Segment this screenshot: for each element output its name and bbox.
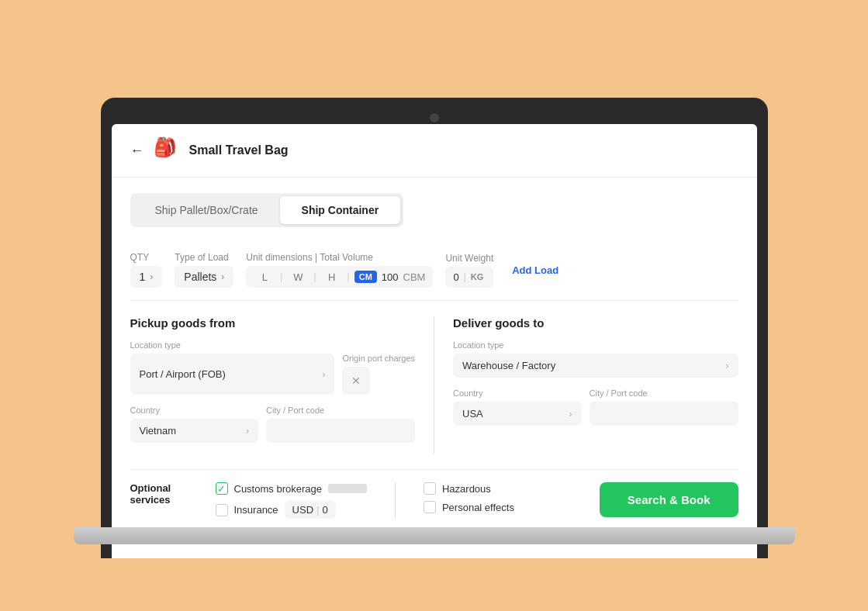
optional-services-section: Optional services ✓ Customs brokerage In… bbox=[130, 469, 738, 519]
deliver-city-label: City / Port code bbox=[590, 388, 738, 398]
deliver-location-type-group: Location type Warehouse / Factory › bbox=[453, 340, 738, 378]
pickup-loc-type-value: Port / Airport (FOB) bbox=[140, 368, 226, 380]
app-header: ← 🎒 Small Travel Bag bbox=[112, 124, 757, 178]
pickup-country-value: Vietnam bbox=[140, 425, 176, 437]
deliver-country-col: Country USA › bbox=[453, 388, 582, 426]
locations-section: Pickup goods from Location type Port / A… bbox=[130, 316, 738, 454]
weight-unit: KG bbox=[471, 272, 484, 281]
deliver-country-select[interactable]: USA › bbox=[453, 402, 582, 426]
pickup-country-group: Country Vietnam › City / Port code bbox=[130, 406, 416, 443]
deliver-city-input[interactable] bbox=[590, 402, 738, 426]
insurance-label: Insurance bbox=[234, 504, 278, 516]
qty-label: QTY bbox=[130, 252, 163, 263]
deliver-city-col: City / Port code bbox=[590, 388, 738, 426]
pickup-location-type-group: Location type Port / Airport (FOB) › Ori… bbox=[130, 340, 416, 395]
customs-brokerage-item: ✓ Customs brokerage bbox=[216, 482, 367, 495]
deliver-country-arrow: › bbox=[569, 409, 572, 419]
insurance-amount: USD | 0 bbox=[285, 501, 336, 519]
deliver-section: Deliver goods to Location type Warehouse… bbox=[434, 316, 738, 454]
back-button[interactable]: ← bbox=[130, 143, 144, 159]
type-value: Pallets bbox=[184, 271, 216, 283]
qty-field: QTY 1 › bbox=[130, 252, 163, 288]
deliver-loc-type-value: Warehouse / Factory bbox=[462, 360, 555, 371]
weight-value: 0 bbox=[453, 271, 458, 283]
qty-value: 1 bbox=[140, 271, 146, 283]
origin-charges-group: Origin port charges ✕ bbox=[342, 354, 415, 395]
weight-inputs: 0 | KG bbox=[445, 267, 493, 288]
deliver-loc-type-select[interactable]: Warehouse / Factory › bbox=[453, 354, 738, 378]
personal-effects-item: Personal effects bbox=[424, 501, 514, 513]
type-of-load-field: Type of Load Pallets › bbox=[175, 252, 233, 288]
dim-l-input[interactable] bbox=[254, 271, 275, 283]
total-volume-value: 100 bbox=[382, 271, 399, 283]
deliver-loc-type-row: Warehouse / Factory › bbox=[453, 354, 738, 378]
pickup-loc-type-select[interactable]: Port / Airport (FOB) › bbox=[130, 354, 335, 395]
search-book-wrapper: Search & Book bbox=[600, 482, 738, 517]
dim-sep2: | bbox=[313, 271, 316, 282]
weight-sep: | bbox=[464, 271, 466, 282]
personal-effects-checkbox[interactable] bbox=[424, 501, 436, 513]
deliver-title: Deliver goods to bbox=[453, 316, 738, 330]
pickup-loc-type-label: Location type bbox=[130, 340, 416, 350]
services-right-group: Hazardous Personal effects bbox=[424, 482, 514, 513]
dim-sep3: | bbox=[348, 271, 350, 282]
add-load-button[interactable]: Add Load bbox=[512, 264, 558, 276]
pickup-city-input[interactable] bbox=[266, 419, 415, 443]
type-label: Type of Load bbox=[175, 252, 233, 263]
deliver-country-group: Country USA › City / Port code bbox=[453, 388, 738, 426]
type-arrow: › bbox=[221, 271, 224, 282]
weight-label: Unit Weight bbox=[445, 253, 493, 264]
pickup-country-row: Country Vietnam › City / Port code bbox=[130, 406, 416, 443]
deliver-country-row: Country USA › City / Port code bbox=[453, 388, 738, 426]
deliver-country-label: Country bbox=[453, 388, 582, 398]
insurance-sep: | bbox=[316, 504, 319, 516]
pickup-city-col: City / Port code bbox=[266, 406, 415, 443]
dim-sep1: | bbox=[280, 271, 282, 282]
product-title: Small Travel Bag bbox=[189, 143, 289, 157]
hazardous-label: Hazardous bbox=[442, 483, 491, 495]
deliver-loc-type-label: Location type bbox=[453, 340, 738, 350]
personal-effects-label: Personal effects bbox=[442, 502, 514, 513]
dimensions-inputs: | | | CM 100 CBM bbox=[246, 266, 433, 288]
laptop-base bbox=[74, 527, 795, 544]
origin-charges-x[interactable]: ✕ bbox=[342, 367, 370, 395]
qty-selector[interactable]: 1 › bbox=[130, 266, 163, 288]
dim-h-input[interactable] bbox=[321, 271, 343, 283]
optional-services-label: Optional services bbox=[130, 482, 200, 506]
pickup-title: Pickup goods from bbox=[130, 316, 416, 330]
search-book-button[interactable]: Search & Book bbox=[600, 482, 738, 517]
insurance-currency: USD bbox=[292, 504, 313, 516]
dim-unit[interactable]: CM bbox=[354, 271, 377, 283]
pickup-country-arrow: › bbox=[246, 426, 249, 437]
dim-w-input[interactable] bbox=[287, 271, 309, 283]
customs-slider bbox=[328, 484, 367, 493]
pickup-country-select[interactable]: Vietnam › bbox=[130, 419, 259, 443]
camera-notch bbox=[430, 113, 439, 123]
pickup-country-label: Country bbox=[130, 406, 259, 415]
customs-checkbox[interactable]: ✓ bbox=[216, 482, 228, 495]
customs-label: Customs brokerage bbox=[234, 483, 322, 495]
deliver-loc-arrow: › bbox=[726, 361, 729, 371]
services-divider bbox=[395, 482, 396, 519]
volume-unit: CBM bbox=[403, 271, 426, 283]
shipping-tabs: Ship Pallet/Box/Crate Ship Container bbox=[130, 193, 404, 227]
hazardous-item: Hazardous bbox=[424, 482, 514, 495]
deliver-country-value: USA bbox=[462, 408, 483, 419]
pickup-country-col: Country Vietnam › bbox=[130, 406, 259, 443]
type-selector[interactable]: Pallets › bbox=[175, 266, 233, 288]
product-icon: 🎒 bbox=[154, 136, 182, 164]
pickup-loc-arrow: › bbox=[322, 369, 325, 380]
pickup-section: Pickup goods from Location type Port / A… bbox=[130, 316, 435, 454]
insurance-item: Insurance USD | 0 bbox=[216, 501, 367, 519]
services-left-group: ✓ Customs brokerage Insurance USD | bbox=[216, 482, 367, 519]
tab-pallet[interactable]: Ship Pallet/Box/Crate bbox=[133, 196, 280, 224]
insurance-checkbox[interactable] bbox=[216, 504, 228, 516]
pickup-city-label: City / Port code bbox=[266, 406, 415, 415]
insurance-value: 0 bbox=[322, 504, 327, 516]
dim-label: Unit dimensions | Total Volume bbox=[246, 252, 433, 263]
pickup-loc-type-row: Port / Airport (FOB) › Origin port charg… bbox=[130, 354, 416, 395]
hazardous-checkbox[interactable] bbox=[424, 482, 436, 495]
tab-container[interactable]: Ship Container bbox=[280, 196, 401, 224]
dimensions-field: Unit dimensions | Total Volume | | | CM … bbox=[246, 252, 433, 288]
load-section: QTY 1 › Type of Load Pallets › bbox=[130, 243, 738, 301]
